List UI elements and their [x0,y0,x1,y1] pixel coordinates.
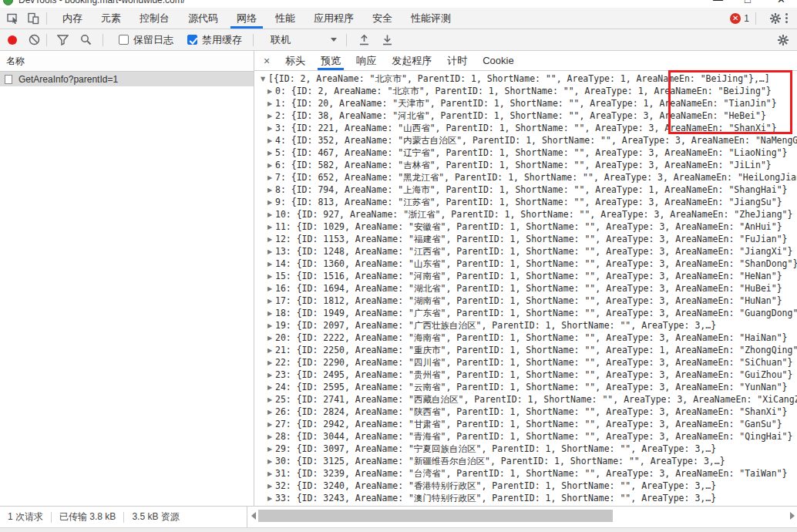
filter-icon[interactable] [56,34,69,46]
disclosure-triangle-icon[interactable]: ▶ [267,258,275,270]
request-list-header[interactable]: 名称 [0,51,254,72]
json-tree-row[interactable]: ▶20: {ID: 2222, AreaName: "海南省", ParentI… [254,332,797,344]
disclosure-triangle-icon[interactable]: ▶ [267,160,275,171]
import-har-icon[interactable] [358,34,370,46]
close-detail-icon[interactable]: × [254,55,277,67]
detail-tab[interactable]: 发起程序 [384,51,439,70]
devtools-tab[interactable]: 元素 [92,8,130,29]
settings-gear-icon[interactable] [768,12,782,25]
disclosure-triangle-icon[interactable]: ▶ [267,246,275,258]
device-toolbar-icon[interactable] [26,12,40,25]
devtools-tab[interactable]: 应用程序 [304,8,363,29]
json-tree-row[interactable]: ▶16: {ID: 1694, AreaName: "湖北省", ParentI… [254,282,797,295]
scroll-left-arrow-icon[interactable] [251,512,256,520]
inspect-element-icon[interactable] [6,12,20,25]
disclosure-triangle-icon[interactable]: ▶ [267,234,275,245]
json-tree-row[interactable]: ▶14: {ID: 1360, AreaName: "山东省", ParentI… [254,258,797,270]
disclosure-triangle-icon[interactable]: ▶ [267,394,275,406]
json-tree-row[interactable]: ▶15: {ID: 1516, AreaName: "河南省", ParentI… [254,270,797,282]
json-tree-row[interactable]: ▶30: {ID: 3125, AreaName: "新疆维吾尔自治区", Pa… [254,455,797,467]
devtools-tab[interactable]: 安全 [363,8,402,29]
disclosure-triangle-icon[interactable]: ▶ [267,209,275,221]
detail-tab[interactable]: 计时 [439,51,475,70]
disclosure-triangle-icon[interactable]: ▶ [267,320,275,332]
json-tree-row[interactable]: ▶5: {ID: 467, AreaName: "辽宁省", ParentID:… [254,146,797,159]
disclosure-triangle-icon[interactable]: ▶ [267,443,275,455]
detail-tab[interactable]: 响应 [348,51,384,70]
json-tree-row[interactable]: ▶11: {ID: 1029, AreaName: "安徽省", ParentI… [254,221,797,233]
scrollbar-thumb[interactable] [258,510,613,522]
scroll-right-arrow-icon[interactable] [790,512,795,520]
disclosure-triangle-icon[interactable]: ▶ [267,271,275,282]
disclosure-triangle-icon[interactable]: ▶ [267,468,275,480]
detail-tab[interactable]: 标头 [277,51,313,70]
network-settings-gear-icon[interactable] [777,34,789,46]
disclosure-triangle-icon[interactable]: ▶ [267,98,275,109]
disclosure-triangle-icon[interactable]: ▶ [267,480,275,492]
json-tree-row[interactable]: ▶7: {ID: 652, AreaName: "黑龙江省", ParentID… [254,171,797,184]
json-tree-row[interactable]: ▶12: {ID: 1153, AreaName: "福建省", ParentI… [254,233,797,245]
export-har-icon[interactable] [381,34,393,46]
disable-cache-checkbox[interactable] [187,35,197,45]
json-tree-row[interactable]: ▶29: {ID: 3097, AreaName: "宁夏回族自治区", Par… [254,443,797,455]
json-tree-row[interactable]: ▶25: {ID: 2741, AreaName: "西藏自治区", Paren… [254,393,797,406]
json-tree-row[interactable]: ▶31: {ID: 3239, AreaName: "台湾省", ParentI… [254,467,797,480]
json-tree-row[interactable]: ▶22: {ID: 2290, AreaName: "四川省", ParentI… [254,356,797,369]
devtools-tab[interactable]: 源代码 [179,8,227,29]
json-tree-row[interactable]: ▶28: {ID: 3044, AreaName: "青海省", ParentI… [254,430,797,443]
json-tree-row[interactable]: ▶27: {ID: 2942, AreaName: "甘肃省", ParentI… [254,418,797,430]
disclosure-triangle-icon[interactable]: ▶ [267,283,275,295]
json-tree-row[interactable]: ▶18: {ID: 1949, AreaName: "广东省", ParentI… [254,307,797,319]
disclosure-triangle-icon[interactable]: ▶ [267,184,275,196]
detail-tab[interactable]: 预览 [313,51,348,70]
json-tree-row[interactable]: ▶9: {ID: 813, AreaName: "江苏省", ParentID:… [254,196,797,208]
json-tree-row[interactable]: ▶8: {ID: 794, AreaName: "上海市", ParentID:… [254,184,797,196]
disclosure-triangle-icon[interactable]: ▶ [267,221,275,233]
disclosure-triangle-icon[interactable]: ▶ [267,431,275,443]
disclosure-triangle-icon[interactable]: ▶ [267,308,275,319]
json-tree-row[interactable]: ▶33: {ID: 3243, AreaName: "澳门特别行政区", Par… [254,492,797,504]
devtools-tab[interactable]: 控制台 [130,8,179,29]
disclosure-triangle-icon[interactable]: ▶ [267,172,275,184]
disclosure-triangle-icon[interactable]: ▶ [267,332,275,344]
disclosure-triangle-icon[interactable]: ▶ [267,197,275,208]
devtools-tab[interactable]: 内存 [53,8,92,29]
disclosure-triangle-icon[interactable]: ▶ [267,345,275,356]
json-tree-row[interactable]: ▶32: {ID: 3240, AreaName: "香港特别行政区", Par… [254,480,797,492]
json-tree-row[interactable]: ▶17: {ID: 1812, AreaName: "湖南省", ParentI… [254,295,797,307]
more-options-icon[interactable] [782,13,797,23]
search-icon[interactable] [79,34,92,46]
json-tree-row[interactable]: ▶19: {ID: 2097, AreaName: "广西壮族自治区", Par… [254,319,797,332]
json-tree-row[interactable]: ▶21: {ID: 2250, AreaName: "重庆市", ParentI… [254,344,797,356]
detail-tab[interactable]: Cookie [475,51,521,70]
disclosure-triangle-icon[interactable]: ▼ [261,73,268,85]
json-tree-row[interactable]: ▶23: {ID: 2495, AreaName: "贵州省", ParentI… [254,369,797,381]
disclosure-triangle-icon[interactable]: ▶ [267,135,275,146]
preserve-log-checkbox[interactable] [119,35,129,45]
disclosure-triangle-icon[interactable]: ▶ [267,110,275,122]
record-network-log-button[interactable] [8,35,17,45]
disable-cache-toggle[interactable]: 禁用缓存 [187,33,242,47]
disclosure-triangle-icon[interactable]: ▶ [267,456,275,467]
json-tree-row[interactable]: ▶10: {ID: 927, AreaName: "浙江省", ParentID… [254,208,797,221]
disclosure-triangle-icon[interactable]: ▶ [267,295,275,307]
json-tree-row[interactable]: ▶24: {ID: 2595, AreaName: "云南省", ParentI… [254,381,797,393]
console-error-badge[interactable]: ✕ 1 [730,13,749,24]
disclosure-triangle-icon[interactable]: ▶ [267,86,275,97]
devtools-tab[interactable]: 性能 [266,8,304,29]
devtools-tab[interactable]: 性能评测 [402,8,460,29]
disclosure-triangle-icon[interactable]: ▶ [267,406,275,418]
json-tree-row[interactable]: ▶4: {ID: 352, AreaName: "内蒙古自治区", Parent… [254,134,797,146]
request-row[interactable]: GetAreaInfo?parentId=1 [0,72,254,86]
disclosure-triangle-icon[interactable]: ▶ [267,419,275,430]
throttling-dropdown[interactable]: 联机 [271,33,337,47]
json-tree-row[interactable]: ▶13: {ID: 1248, AreaName: "江西省", ParentI… [254,245,797,258]
json-tree-row[interactable]: ▶6: {ID: 582, AreaName: "吉林省", ParentID:… [254,159,797,171]
window-minimize-icon[interactable]: — [713,0,723,5]
window-maximize-icon[interactable]: □ [745,0,751,5]
horizontal-scrollbar[interactable] [247,506,797,527]
json-tree-row[interactable]: ▶26: {ID: 2824, AreaName: "陕西省", ParentI… [254,406,797,418]
disclosure-triangle-icon[interactable]: ▶ [267,493,275,504]
disclosure-triangle-icon[interactable]: ▶ [267,147,275,159]
disclosure-triangle-icon[interactable]: ▶ [267,123,275,134]
